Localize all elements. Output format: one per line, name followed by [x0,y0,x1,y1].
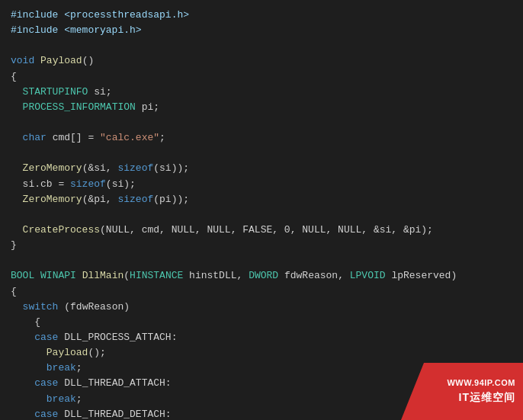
code-text: #include <processthreadsapi.h> [11,9,189,21]
code-line [11,146,512,161]
code-line: #include <memoryapi.h> [11,23,512,38]
code-text: #include <memoryapi.h> [11,24,142,36]
code-line: } [11,238,512,253]
code-line: void Payload() [11,53,512,69]
code-line: switch (fdwReason) [11,300,512,315]
code-line: #include <processthreadsapi.h> [11,8,512,23]
code-editor: #include <processthreadsapi.h> #include … [0,0,523,420]
code-line [11,207,512,223]
code-line: { [11,284,512,300]
code-line: char cmd[] = "calc.exe"; [11,130,512,146]
code-line: CreateProcess(NULL, cmd, NULL, NULL, FAL… [11,223,512,238]
code-line: { [11,315,512,330]
watermark-title: IT运维空间 [459,390,515,406]
code-line: PROCESS_INFORMATION pi; [11,100,512,115]
code-line: si.cb = sizeof(si); [11,177,512,192]
code-line: ZeroMemory(&si, sizeof(si)); [11,161,512,176]
code-line: STARTUPINFO si; [11,85,512,100]
code-text: void [11,55,34,66]
code-line [11,253,512,268]
code-line: BOOL WINAPI DllMain(HINSTANCE hinstDLL, … [11,268,512,284]
code-line: ZeroMemory(&pi, sizeof(pi)); [11,192,512,207]
code-line [11,38,512,53]
code-line: Payload(); [11,345,512,361]
code-line: case DLL_PROCESS_ATTACH: [11,330,512,345]
code-line [11,115,512,130]
code-line: { [11,69,512,85]
watermark-url: WWW.94IP.COM [447,377,515,390]
